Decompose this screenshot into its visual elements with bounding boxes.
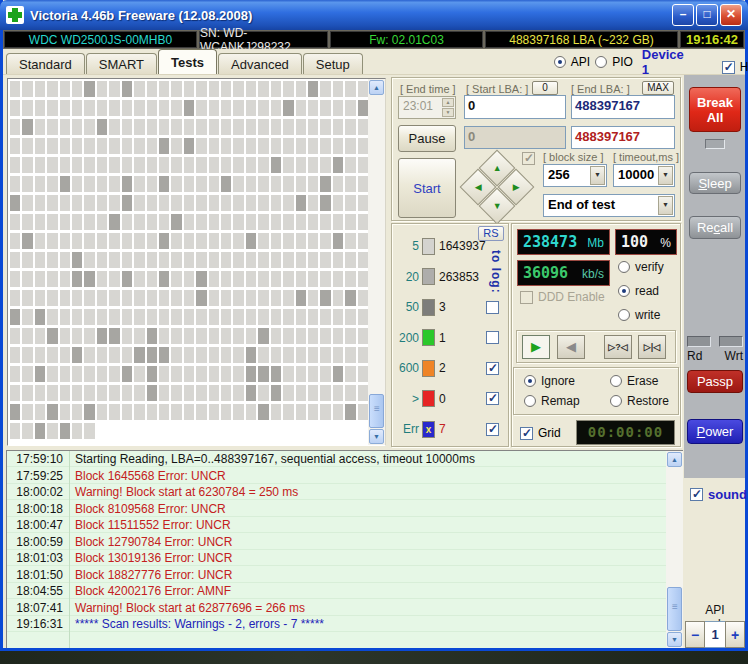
block-size-select[interactable]: 256▼ [543,164,607,187]
block-cell [47,366,57,382]
tab-setup[interactable]: Setup [303,53,363,74]
start-button[interactable]: Start [398,158,456,218]
end-lba-input[interactable]: 488397167 [571,95,675,119]
close-button[interactable]: ✕ [720,4,742,26]
scroll-up-icon[interactable]: ▲ [369,80,384,95]
passp-button[interactable]: Passp [687,370,743,393]
counter-log-checkbox[interactable] [486,331,499,344]
block-cell [358,214,368,230]
counter-log-checkbox[interactable] [486,301,499,314]
block-cell [221,214,231,230]
block-cell [320,214,330,230]
block-cell [196,290,206,306]
recall-button[interactable]: Recall [689,216,741,239]
tab-standard[interactable]: Standard [6,53,85,74]
block-cell [233,385,243,401]
block-cell [233,347,243,363]
block-cell [47,195,57,211]
block-cell [22,176,32,192]
block-cell [109,214,119,230]
block-cell [10,423,20,439]
block-cell [122,176,132,192]
after-action-select[interactable]: End of test▼ [543,194,675,217]
tab-advanced[interactable]: Advanced [218,53,302,74]
log-entry: 18:01:50Block 18827776 Error: UNCR [7,567,666,584]
end-time-spinner[interactable]: 23:01 ▲▼ [398,96,456,119]
block-cell [358,271,368,287]
log-scrollbar[interactable]: ▲ ▼ [666,451,683,648]
rewind-button[interactable]: ◀ [557,335,585,359]
write-radio[interactable] [618,309,630,321]
block-cell [246,328,256,344]
drive-model: WDC WD2500JS-00MHB0 [4,31,197,48]
counter-color-swatch [422,390,435,407]
remap-radio[interactable] [524,395,536,407]
api-number-minus-button[interactable]: − [685,621,705,648]
api-radio[interactable] [554,56,566,68]
block-cell [196,176,206,192]
api-number-plus-button[interactable]: + [725,621,745,648]
hints-checkbox[interactable] [722,61,735,74]
maximize-button[interactable]: □ [696,4,718,26]
block-cell [159,385,169,401]
grid-scrollbar-thumb[interactable] [369,394,384,428]
spin-up-icon[interactable]: ▲ [442,98,454,107]
max-lba-button[interactable]: MAX [642,81,674,95]
tab-tests[interactable]: Tests [158,49,217,74]
block-cell [171,233,181,249]
counter-label: 5 [395,239,419,253]
scroll-down-icon[interactable]: ▼ [667,632,682,647]
chevron-down-icon[interactable]: ▼ [590,166,605,185]
block-cell [72,233,82,249]
block-cell [134,100,144,116]
tab-smart[interactable]: SMART [86,53,157,74]
counter-log-checkbox[interactable] [486,423,499,436]
block-cell [60,404,70,420]
verify-radio[interactable] [618,261,630,273]
read-radio[interactable] [618,285,630,297]
block-cell [147,347,157,363]
start-lba-input[interactable]: 0 [464,95,566,119]
erase-radio[interactable] [610,375,622,387]
block-cell [147,404,157,420]
ddd-enable-checkbox[interactable] [520,291,533,304]
restore-radio[interactable] [610,395,622,407]
block-cell [345,81,355,97]
block-cell [333,252,343,268]
block-cell [47,309,57,325]
seek-end-button[interactable]: ▷|◁ [638,335,666,359]
sleep-button[interactable]: Sleep [689,172,741,194]
ddd-enable-row: DDD Enable [520,290,605,304]
spin-down-icon[interactable]: ▼ [442,108,454,117]
break-all-button[interactable]: BreakAll [689,87,741,132]
block-cell [296,176,306,192]
ignore-radio[interactable] [524,375,536,387]
minimize-button[interactable]: – [672,4,694,26]
start-lba-zero-button[interactable]: 0 [532,81,558,95]
scroll-up-icon[interactable]: ▲ [667,452,682,467]
title-bar[interactable]: Victoria 4.46b Freeware (12.08.2008) – □… [0,0,748,30]
block-cell [333,233,343,249]
chevron-down-icon[interactable]: ▼ [658,166,673,185]
chevron-down-icon[interactable]: ▼ [658,196,673,215]
block-cell [221,138,231,154]
counter-log-checkbox[interactable] [486,362,499,375]
grid-scrollbar[interactable]: ▲ ▼ [368,79,385,445]
play-button[interactable]: ▶ [522,335,550,359]
timeout-select[interactable]: 10000▼ [613,164,675,187]
block-cell [308,404,318,420]
block-cell [233,119,243,135]
sound-checkbox[interactable] [690,488,703,501]
grid-checkbox[interactable] [520,427,533,440]
scan-grid-box: ▲ ▼ [7,78,386,446]
pause-button[interactable]: Pause [398,125,456,152]
scroll-down-icon[interactable]: ▼ [369,429,384,444]
block-cell [72,157,82,173]
counter-log-checkbox[interactable] [486,392,499,405]
pio-radio[interactable] [595,56,607,68]
nav-checkbox[interactable] [522,152,535,165]
power-button[interactable]: Power [687,419,743,444]
seek-question-button[interactable]: ▷?◁ [604,335,632,359]
block-cell [196,309,206,325]
log-scrollbar-thumb[interactable] [667,587,682,631]
